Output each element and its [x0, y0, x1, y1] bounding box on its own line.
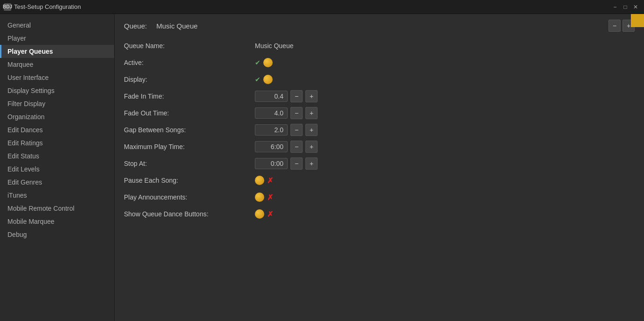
sidebar-item-marquee[interactable]: Marquee	[0, 58, 114, 71]
form-row-10: Show Queue Dance Buttons:✗	[124, 206, 635, 222]
form-value-6: 6:00−+	[255, 141, 318, 153]
form-row-7: Stop At:0:00−+	[124, 155, 635, 172]
minus-button-3[interactable]: −	[290, 90, 303, 102]
form-label-7: Stop At:	[124, 160, 255, 167]
minus-button-4[interactable]: −	[290, 107, 303, 119]
bool-dot-9[interactable]	[255, 193, 264, 202]
form-value-0: Music Queue	[255, 42, 293, 50]
plus-button-4[interactable]: +	[305, 107, 318, 119]
minus-button-5[interactable]: −	[290, 124, 303, 136]
minimize-button[interactable]: −	[610, 2, 620, 12]
dot-indicator-1[interactable]	[263, 58, 273, 67]
form-label-3: Fade In Time:	[124, 93, 255, 100]
sidebar-item-edit-dances[interactable]: Edit Dances	[0, 123, 114, 136]
form-label-9: Play Announcements:	[124, 193, 255, 201]
sidebar-item-organization[interactable]: Organization	[0, 110, 114, 123]
accent-box	[631, 14, 644, 27]
check-icon-2[interactable]: ✔	[255, 76, 260, 83]
form-value-9: ✗	[255, 193, 273, 202]
minus-button-6[interactable]: −	[290, 141, 303, 153]
bool-false-icon-10[interactable]: ✗	[267, 210, 273, 219]
number-display-5: 2.0	[255, 124, 288, 136]
queue-label: Queue:	[124, 22, 147, 30]
sidebar-item-user-interface[interactable]: User Interface	[0, 71, 114, 84]
form-row-9: Play Announcements:✗	[124, 189, 635, 206]
queue-header: Queue: Music Queue − +	[115, 14, 644, 37]
queue-name-value: Music Queue	[255, 42, 293, 50]
form-row-8: Pause Each Song:✗	[124, 172, 635, 189]
queue-minus-button[interactable]: −	[608, 20, 621, 32]
sidebar-item-debug[interactable]: Debug	[0, 228, 114, 241]
form-row-2: Display:✔	[124, 71, 635, 88]
form-value-7: 0:00−+	[255, 157, 318, 170]
queue-name-display: Music Queue	[156, 22, 599, 30]
app-body: GeneralPlayerPlayer QueuesMarqueeUser In…	[0, 14, 644, 321]
app-icon: BDJ	[4, 3, 11, 11]
sidebar-item-mobile-marquee[interactable]: Mobile Marquee	[0, 215, 114, 228]
title-bar: BDJ Test-Setup Configuration − □ ✕	[0, 0, 644, 14]
form-value-8: ✗	[255, 176, 273, 185]
form-row-0: Queue Name:Music Queue	[124, 37, 635, 54]
bool-false-icon-9[interactable]: ✗	[267, 193, 273, 202]
plus-button-3[interactable]: +	[305, 90, 318, 102]
minus-button-7[interactable]: −	[290, 157, 303, 170]
bool-dot-8[interactable]	[255, 176, 264, 185]
main-content: Queue: Music Queue − + Queue Name:Music …	[115, 14, 644, 321]
bool-false-icon-8[interactable]: ✗	[267, 176, 273, 185]
plus-button-6[interactable]: +	[305, 141, 318, 153]
sidebar-item-itunes[interactable]: iTunes	[0, 189, 114, 202]
sidebar-item-edit-ratings[interactable]: Edit Ratings	[0, 136, 114, 150]
window-controls: − □ ✕	[610, 2, 640, 12]
form-value-1: ✔	[255, 58, 273, 67]
bool-dot-10[interactable]	[255, 209, 264, 219]
sidebar-item-filter-display[interactable]: Filter Display	[0, 97, 114, 110]
form-value-3: 0.4−+	[255, 90, 318, 102]
form-label-10: Show Queue Dance Buttons:	[124, 210, 255, 218]
form-label-0: Queue Name:	[124, 42, 255, 50]
application-window: BDJ Test-Setup Configuration − □ ✕ Gener…	[0, 0, 644, 321]
form-label-1: Active:	[124, 59, 255, 66]
number-display-7: 0:00	[255, 158, 288, 169]
sidebar-item-edit-levels[interactable]: Edit Levels	[0, 163, 114, 176]
plus-button-7[interactable]: +	[305, 157, 318, 170]
number-display-3: 0.4	[255, 91, 288, 102]
form-area: Queue Name:Music QueueActive:✔Display:✔F…	[115, 37, 644, 232]
number-display-4: 4.0	[255, 107, 288, 119]
window-title: Test-Setup Configuration	[14, 3, 81, 10]
form-row-5: Gap Between Songs:2.0−+	[124, 121, 635, 138]
form-value-2: ✔	[255, 75, 273, 84]
form-label-8: Pause Each Song:	[124, 177, 255, 184]
sidebar-nav: GeneralPlayerPlayer QueuesMarqueeUser In…	[0, 19, 114, 241]
check-icon-1[interactable]: ✔	[255, 59, 260, 66]
sidebar: GeneralPlayerPlayer QueuesMarqueeUser In…	[0, 14, 115, 321]
form-label-6: Maximum Play Time:	[124, 143, 255, 150]
form-value-10: ✗	[255, 209, 273, 219]
sidebar-item-player[interactable]: Player	[0, 32, 114, 45]
sidebar-item-display-settings[interactable]: Display Settings	[0, 84, 114, 97]
title-bar-left: BDJ Test-Setup Configuration	[4, 3, 81, 11]
form-label-4: Fade Out Time:	[124, 109, 255, 117]
form-value-4: 4.0−+	[255, 107, 318, 119]
form-label-2: Display:	[124, 76, 255, 83]
sidebar-item-player-queues[interactable]: Player Queues	[0, 45, 114, 58]
sidebar-item-edit-status[interactable]: Edit Status	[0, 150, 114, 163]
sidebar-item-general[interactable]: General	[0, 19, 114, 32]
form-label-5: Gap Between Songs:	[124, 126, 255, 134]
sidebar-item-mobile-remote-control[interactable]: Mobile Remote Control	[0, 202, 114, 215]
form-row-3: Fade In Time:0.4−+	[124, 88, 635, 105]
form-value-5: 2.0−+	[255, 124, 318, 136]
dot-indicator-2[interactable]	[263, 75, 273, 84]
close-button[interactable]: ✕	[631, 2, 640, 12]
form-row-6: Maximum Play Time:6:00−+	[124, 138, 635, 155]
maximize-button[interactable]: □	[621, 2, 630, 12]
sidebar-item-edit-genres[interactable]: Edit Genres	[0, 176, 114, 189]
number-display-6: 6:00	[255, 141, 288, 152]
form-row-4: Fade Out Time:4.0−+	[124, 105, 635, 121]
plus-button-5[interactable]: +	[305, 124, 318, 136]
form-row-1: Active:✔	[124, 54, 635, 71]
